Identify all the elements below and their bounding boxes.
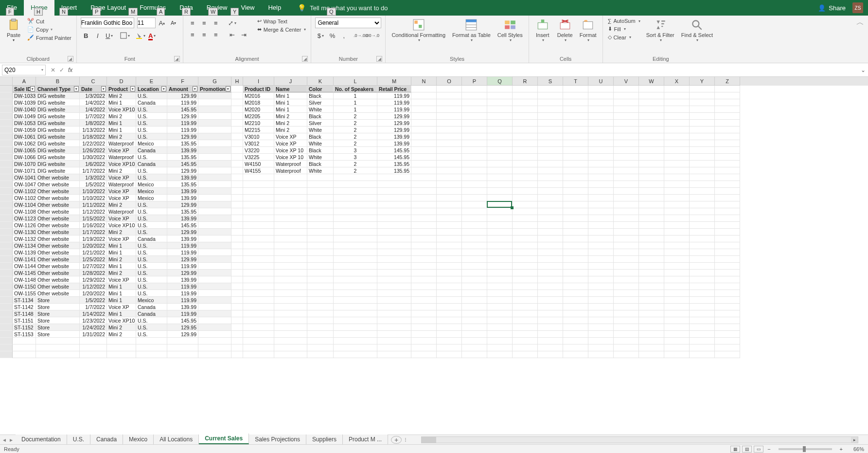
column-header[interactable]: A — [13, 77, 36, 86]
row-header[interactable] — [0, 99, 13, 106]
column-header[interactable]: T — [563, 77, 588, 86]
column-header[interactable]: I — [243, 77, 274, 86]
alignment-dialog-launcher[interactable]: ◢ — [302, 56, 308, 62]
row-header[interactable] — [0, 161, 13, 167]
wrap-text-button[interactable]: ↩Wrap Text — [256, 18, 307, 25]
font-color-button[interactable]: A — [147, 30, 158, 41]
cell-styles-button[interactable]: Cell Styles — [496, 18, 525, 43]
column-header[interactable]: F — [167, 77, 198, 86]
cancel-formula-icon[interactable]: ✕ — [51, 67, 55, 73]
row-header[interactable] — [0, 133, 13, 140]
number-format-select[interactable]: General — [315, 18, 381, 28]
align-center-button[interactable]: ≡ — [199, 29, 210, 40]
zoom-out-button[interactable]: − — [765, 446, 772, 452]
row-header[interactable] — [0, 181, 13, 188]
row-header[interactable] — [0, 304, 13, 310]
underline-button[interactable]: U — [104, 30, 115, 41]
row-header[interactable] — [0, 113, 13, 120]
name-box[interactable]: Q20▾ — [2, 65, 46, 75]
sheet-tab[interactable]: All Locations — [154, 435, 199, 444]
clear-button[interactable]: ◇Clear — [607, 34, 641, 41]
column-header[interactable]: H — [231, 77, 243, 86]
row-header[interactable] — [0, 208, 13, 215]
row-header[interactable] — [0, 215, 13, 222]
decrease-indent-button[interactable]: ⇤ — [227, 29, 238, 40]
row-header[interactable] — [0, 276, 13, 283]
accounting-format-button[interactable]: $ — [315, 30, 326, 41]
row-header[interactable] — [0, 310, 13, 317]
row-header[interactable] — [0, 147, 13, 154]
row-header[interactable] — [0, 263, 13, 270]
row-header[interactable] — [0, 174, 13, 181]
row-header[interactable] — [0, 242, 13, 249]
spreadsheet-grid[interactable]: ABCDEFGHIJKLMNOPQRSTUVWXYZ Sale ID▾Chann… — [0, 77, 868, 435]
font-name-select[interactable] — [81, 18, 134, 28]
increase-indent-button[interactable]: ⇥ — [239, 29, 249, 40]
view-page-break-button[interactable]: ▭ — [754, 446, 763, 453]
paste-button[interactable]: Paste▾ — [4, 18, 23, 43]
sheet-tab[interactable]: Suppliers — [306, 435, 343, 444]
row-header[interactable] — [0, 344, 13, 351]
row-header[interactable] — [0, 351, 13, 358]
clipboard-dialog-launcher[interactable]: ◢ — [68, 56, 73, 62]
column-header[interactable]: X — [664, 77, 690, 86]
number-dialog-launcher[interactable]: ◢ — [376, 56, 382, 62]
increase-decimal-button[interactable]: .0→.00 — [355, 30, 366, 41]
font-dialog-launcher[interactable]: ◢ — [174, 56, 180, 62]
row-header[interactable] — [0, 297, 13, 304]
row-header[interactable] — [0, 86, 13, 92]
column-header[interactable]: C — [80, 77, 107, 86]
column-header[interactable]: S — [538, 77, 563, 86]
column-header[interactable]: E — [136, 77, 167, 86]
zoom-in-button[interactable]: + — [838, 446, 845, 452]
horizontal-scrollbar[interactable]: ◂ ▸ — [421, 436, 858, 443]
delete-cells-button[interactable]: Delete — [555, 18, 575, 43]
zoom-slider[interactable] — [779, 448, 832, 450]
column-header[interactable]: G — [198, 77, 231, 86]
column-header[interactable]: W — [639, 77, 664, 86]
row-header[interactable] — [0, 201, 13, 208]
column-header[interactable]: N — [411, 77, 437, 86]
row-header[interactable] — [0, 92, 13, 99]
decrease-decimal-button[interactable]: .00→.0 — [367, 30, 377, 41]
row-header[interactable] — [0, 106, 13, 113]
expand-formula-bar-button[interactable]: ⌄ — [858, 67, 868, 73]
insert-cells-button[interactable]: Insert — [533, 18, 552, 43]
row-header[interactable] — [0, 249, 13, 256]
avatar[interactable]: ZS — [852, 2, 863, 13]
align-right-button[interactable]: ≡ — [211, 29, 221, 40]
fill-handle[interactable] — [511, 206, 514, 209]
row-header[interactable] — [0, 331, 13, 338]
row-header[interactable] — [0, 120, 13, 127]
ribbon-tab-help[interactable]: Help — [261, 0, 288, 16]
autosum-button[interactable]: ∑AutoSum — [607, 18, 641, 24]
format-painter-button[interactable]: 🖌️Format Painter — [26, 34, 72, 41]
view-page-layout-button[interactable]: ▤ — [742, 446, 752, 453]
new-sheet-button[interactable]: + — [391, 436, 402, 444]
cut-button[interactable]: ✂️Cut — [26, 18, 72, 25]
row-header[interactable] — [0, 127, 13, 133]
column-header[interactable]: K — [307, 77, 334, 86]
align-top-button[interactable]: ≡ — [187, 18, 198, 28]
fx-icon[interactable]: fx — [68, 67, 72, 73]
sheet-tab[interactable]: Current Sales — [199, 434, 249, 444]
enter-formula-icon[interactable]: ✓ — [59, 67, 64, 73]
conditional-formatting-button[interactable]: Conditional Formatting — [390, 18, 447, 43]
zoom-level[interactable]: 66% — [847, 446, 864, 452]
sheet-nav-prev[interactable]: ◂ — [3, 436, 6, 443]
row-header[interactable] — [0, 236, 13, 242]
orientation-button[interactable]: ⤢ — [227, 18, 238, 28]
ribbon-tab-insert[interactable]: Insert — [54, 0, 84, 16]
copy-button[interactable]: 📄Copy▾ — [26, 26, 72, 33]
sheet-tab[interactable]: Documentation — [16, 435, 67, 444]
sheet-tab[interactable]: U.S. — [67, 435, 90, 444]
sheet-tab[interactable]: Sales Projections — [249, 435, 306, 444]
column-header[interactable]: Y — [690, 77, 715, 86]
row-header[interactable] — [0, 317, 13, 324]
row-header[interactable] — [0, 195, 13, 201]
column-header[interactable]: P — [462, 77, 487, 86]
bold-button[interactable]: B — [81, 30, 91, 41]
comma-button[interactable]: , — [338, 30, 349, 41]
ribbon-tab-formulas[interactable]: Formulas — [133, 0, 173, 16]
sheet-tab[interactable]: Product M ... — [343, 435, 388, 444]
